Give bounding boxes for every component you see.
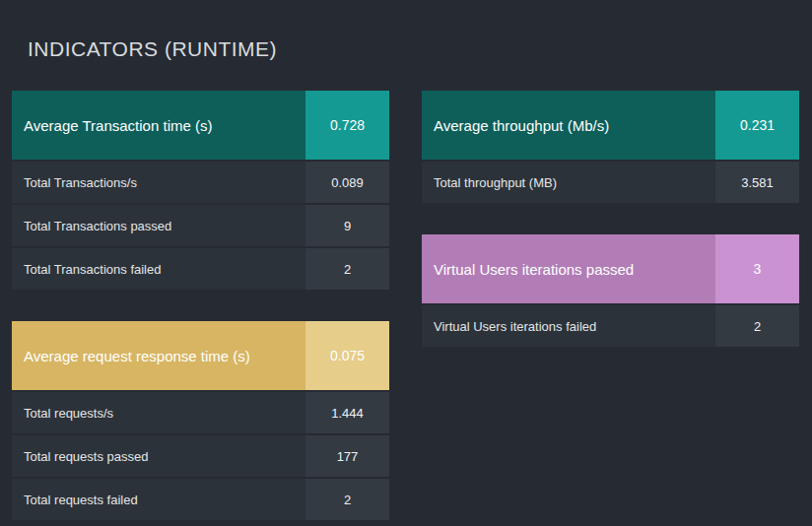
stat-value: 2 — [305, 248, 389, 290]
stat-value: 177 — [305, 435, 389, 477]
metric-value: 0.728 — [305, 91, 389, 160]
card-rows: Total requests/s 1.444 Total requests pa… — [12, 392, 389, 520]
card-rows: Total throughput (MB) 3.581 — [422, 162, 799, 203]
stat-row: Total Transactions passed 9 — [12, 205, 389, 246]
stat-value: 3.581 — [715, 162, 799, 203]
stat-row: Total requests failed 2 — [12, 479, 389, 520]
stat-row: Total Transactions failed 2 — [12, 248, 389, 290]
indicator-card-transaction-time: Average Transaction time (s) 0.728 Total… — [12, 91, 389, 290]
stat-label: Total Transactions passed — [12, 205, 305, 246]
stat-row: Total throughput (MB) 3.581 — [422, 162, 799, 203]
stat-row: Total Transactions/s 0.089 — [12, 162, 389, 203]
indicator-card-virtual-users-iterations: Virtual Users iterations passed 3 Virtua… — [422, 234, 799, 347]
stat-label: Total Transactions failed — [12, 248, 305, 290]
stat-value: 2 — [305, 479, 389, 520]
stat-label: Total requests passed — [12, 435, 305, 477]
right-column: Average throughput (Mb/s) 0.231 Total th… — [422, 91, 799, 526]
metric-value: 0.075 — [305, 321, 389, 390]
indicators-grid: Average Transaction time (s) 0.728 Total… — [0, 91, 812, 526]
card-rows: Total Transactions/s 0.089 Total Transac… — [12, 162, 389, 290]
stat-row: Total requests passed 177 — [12, 435, 389, 477]
metric-value: 0.231 — [715, 91, 799, 160]
metric-name: Average request response time (s) — [12, 321, 305, 390]
stat-label: Virtual Users iterations failed — [422, 305, 715, 347]
page-title: INDICATORS (RUNTIME) — [0, 14, 812, 61]
card-header: Average throughput (Mb/s) 0.231 — [422, 91, 799, 160]
stat-row: Virtual Users iterations failed 2 — [422, 305, 799, 347]
stat-row: Total requests/s 1.444 — [12, 392, 389, 433]
stat-label: Total requests failed — [12, 479, 305, 520]
card-header: Average request response time (s) 0.075 — [12, 321, 389, 390]
metric-name: Virtual Users iterations passed — [422, 234, 715, 303]
stat-value: 0.089 — [305, 162, 389, 203]
stat-label: Total Transactions/s — [12, 162, 305, 203]
card-rows: Virtual Users iterations failed 2 — [422, 305, 799, 347]
stat-label: Total requests/s — [12, 392, 305, 433]
metric-name: Average Transaction time (s) — [12, 91, 305, 160]
card-header: Virtual Users iterations passed 3 — [422, 234, 799, 303]
card-header: Average Transaction time (s) 0.728 — [12, 91, 389, 160]
indicator-card-request-response-time: Average request response time (s) 0.075 … — [12, 321, 389, 520]
stat-value: 2 — [715, 305, 799, 347]
metric-name: Average throughput (Mb/s) — [422, 91, 715, 160]
left-column: Average Transaction time (s) 0.728 Total… — [12, 91, 389, 526]
stat-value: 1.444 — [305, 392, 389, 433]
indicator-card-throughput: Average throughput (Mb/s) 0.231 Total th… — [422, 91, 799, 203]
stat-value: 9 — [305, 205, 389, 246]
stat-label: Total throughput (MB) — [422, 162, 715, 203]
metric-value: 3 — [715, 234, 799, 303]
